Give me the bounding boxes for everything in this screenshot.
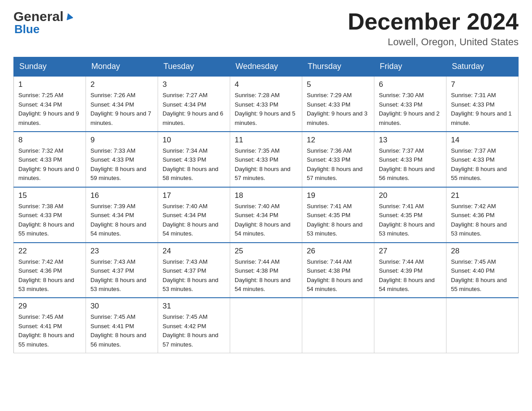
day-number: 5 [307, 80, 369, 89]
calendar-cell: 6Sunrise: 7:30 AMSunset: 4:33 PMDaylight… [374, 76, 446, 132]
day-info: Sunrise: 7:27 AMSunset: 4:34 PMDaylight:… [163, 91, 225, 128]
day-number: 17 [163, 191, 225, 200]
calendar-cell: 19Sunrise: 7:41 AMSunset: 4:35 PMDayligh… [302, 187, 374, 243]
calendar-week-1: 1Sunrise: 7:25 AMSunset: 4:34 PMDaylight… [14, 76, 519, 132]
calendar-cell: 9Sunrise: 7:33 AMSunset: 4:33 PMDaylight… [86, 132, 158, 187]
day-number: 23 [90, 247, 153, 256]
day-number: 24 [163, 247, 225, 256]
calendar-cell: 31Sunrise: 7:45 AMSunset: 4:42 PMDayligh… [158, 298, 230, 353]
day-number: 10 [163, 136, 225, 145]
calendar-cell [374, 298, 446, 353]
calendar-cell: 28Sunrise: 7:45 AMSunset: 4:40 PMDayligh… [446, 243, 519, 298]
calendar-header-thursday: Thursday [302, 57, 374, 77]
day-info: Sunrise: 7:39 AMSunset: 4:34 PMDaylight:… [90, 202, 153, 239]
calendar-week-5: 29Sunrise: 7:45 AMSunset: 4:41 PMDayligh… [14, 298, 519, 353]
calendar-body: 1Sunrise: 7:25 AMSunset: 4:34 PMDaylight… [14, 76, 519, 353]
day-number: 14 [451, 136, 514, 145]
calendar-header-saturday: Saturday [446, 57, 519, 77]
day-info: Sunrise: 7:28 AMSunset: 4:33 PMDaylight:… [235, 91, 297, 128]
day-info: Sunrise: 7:29 AMSunset: 4:33 PMDaylight:… [307, 91, 369, 128]
location: Lowell, Oregon, United States [348, 36, 519, 48]
day-info: Sunrise: 7:35 AMSunset: 4:33 PMDaylight:… [235, 146, 297, 183]
day-number: 6 [379, 80, 442, 89]
calendar-cell: 24Sunrise: 7:43 AMSunset: 4:37 PMDayligh… [158, 243, 230, 298]
day-number: 26 [307, 247, 369, 256]
calendar-cell: 15Sunrise: 7:38 AMSunset: 4:33 PMDayligh… [14, 187, 86, 243]
day-info: Sunrise: 7:44 AMSunset: 4:38 PMDaylight:… [307, 257, 369, 294]
calendar-cell: 4Sunrise: 7:28 AMSunset: 4:33 PMDaylight… [230, 76, 302, 132]
calendar-header-sunday: Sunday [14, 57, 86, 77]
day-number: 12 [307, 136, 369, 145]
day-info: Sunrise: 7:42 AMSunset: 4:36 PMDaylight:… [18, 257, 81, 294]
calendar-cell [446, 298, 519, 353]
day-number: 2 [90, 80, 153, 89]
calendar-header-row: SundayMondayTuesdayWednesdayThursdayFrid… [14, 57, 519, 77]
day-number: 31 [163, 302, 225, 311]
day-number: 20 [379, 191, 442, 200]
calendar-cell: 21Sunrise: 7:42 AMSunset: 4:36 PMDayligh… [446, 187, 519, 243]
calendar-cell [230, 298, 302, 353]
calendar-header-tuesday: Tuesday [158, 57, 230, 77]
day-info: Sunrise: 7:34 AMSunset: 4:33 PMDaylight:… [163, 146, 225, 183]
svg-marker-0 [65, 12, 73, 20]
logo-triangle-icon [65, 12, 73, 22]
day-info: Sunrise: 7:37 AMSunset: 4:33 PMDaylight:… [451, 146, 514, 183]
day-info: Sunrise: 7:32 AMSunset: 4:33 PMDaylight:… [18, 146, 81, 183]
day-info: Sunrise: 7:30 AMSunset: 4:33 PMDaylight:… [379, 91, 442, 128]
day-number: 30 [90, 302, 153, 311]
calendar-cell: 7Sunrise: 7:31 AMSunset: 4:33 PMDaylight… [446, 76, 519, 132]
day-info: Sunrise: 7:45 AMSunset: 4:40 PMDaylight:… [451, 257, 514, 294]
calendar-cell: 26Sunrise: 7:44 AMSunset: 4:38 PMDayligh… [302, 243, 374, 298]
calendar-header-monday: Monday [86, 57, 158, 77]
calendar-cell: 23Sunrise: 7:43 AMSunset: 4:37 PMDayligh… [86, 243, 158, 298]
day-info: Sunrise: 7:45 AMSunset: 4:41 PMDaylight:… [18, 313, 81, 349]
calendar-cell: 11Sunrise: 7:35 AMSunset: 4:33 PMDayligh… [230, 132, 302, 187]
day-number: 27 [379, 247, 442, 256]
day-info: Sunrise: 7:37 AMSunset: 4:33 PMDaylight:… [379, 146, 442, 183]
calendar-week-3: 15Sunrise: 7:38 AMSunset: 4:33 PMDayligh… [14, 187, 519, 243]
calendar-cell: 13Sunrise: 7:37 AMSunset: 4:33 PMDayligh… [374, 132, 446, 187]
calendar-week-4: 22Sunrise: 7:42 AMSunset: 4:36 PMDayligh… [14, 243, 519, 298]
day-number: 4 [235, 80, 297, 89]
calendar-cell: 8Sunrise: 7:32 AMSunset: 4:33 PMDaylight… [14, 132, 86, 187]
calendar-week-2: 8Sunrise: 7:32 AMSunset: 4:33 PMDaylight… [14, 132, 519, 187]
day-info: Sunrise: 7:41 AMSunset: 4:35 PMDaylight:… [379, 202, 442, 239]
day-info: Sunrise: 7:44 AMSunset: 4:39 PMDaylight:… [379, 257, 442, 294]
day-number: 11 [235, 136, 297, 145]
day-number: 3 [163, 80, 225, 89]
day-info: Sunrise: 7:25 AMSunset: 4:34 PMDaylight:… [18, 91, 81, 128]
calendar-cell: 25Sunrise: 7:44 AMSunset: 4:38 PMDayligh… [230, 243, 302, 298]
calendar-header-friday: Friday [374, 57, 446, 77]
calendar-cell: 22Sunrise: 7:42 AMSunset: 4:36 PMDayligh… [14, 243, 86, 298]
logo-name-part2: Blue [14, 22, 39, 36]
day-number: 9 [90, 136, 153, 145]
day-info: Sunrise: 7:38 AMSunset: 4:33 PMDaylight:… [18, 202, 81, 239]
day-info: Sunrise: 7:40 AMSunset: 4:34 PMDaylight:… [163, 202, 225, 239]
day-info: Sunrise: 7:42 AMSunset: 4:36 PMDaylight:… [451, 202, 514, 239]
day-number: 13 [379, 136, 442, 145]
day-info: Sunrise: 7:45 AMSunset: 4:42 PMDaylight:… [163, 313, 225, 349]
day-info: Sunrise: 7:43 AMSunset: 4:37 PMDaylight:… [90, 257, 153, 294]
calendar-cell [302, 298, 374, 353]
calendar-cell: 1Sunrise: 7:25 AMSunset: 4:34 PMDaylight… [14, 76, 86, 132]
day-number: 25 [235, 247, 297, 256]
day-number: 16 [90, 191, 153, 200]
calendar-cell: 29Sunrise: 7:45 AMSunset: 4:41 PMDayligh… [14, 298, 86, 353]
logo: General Blue [13, 9, 73, 36]
calendar-cell: 2Sunrise: 7:26 AMSunset: 4:34 PMDaylight… [86, 76, 158, 132]
calendar-cell: 20Sunrise: 7:41 AMSunset: 4:35 PMDayligh… [374, 187, 446, 243]
calendar-cell: 16Sunrise: 7:39 AMSunset: 4:34 PMDayligh… [86, 187, 158, 243]
day-number: 18 [235, 191, 297, 200]
month-year: December 2024 [348, 9, 519, 34]
calendar-cell: 10Sunrise: 7:34 AMSunset: 4:33 PMDayligh… [158, 132, 230, 187]
day-info: Sunrise: 7:43 AMSunset: 4:37 PMDaylight:… [163, 257, 225, 294]
calendar-cell: 30Sunrise: 7:45 AMSunset: 4:41 PMDayligh… [86, 298, 158, 353]
calendar-cell: 27Sunrise: 7:44 AMSunset: 4:39 PMDayligh… [374, 243, 446, 298]
day-info: Sunrise: 7:26 AMSunset: 4:34 PMDaylight:… [90, 91, 153, 128]
day-info: Sunrise: 7:31 AMSunset: 4:33 PMDaylight:… [451, 91, 514, 128]
day-info: Sunrise: 7:36 AMSunset: 4:33 PMDaylight:… [307, 146, 369, 183]
calendar-cell: 5Sunrise: 7:29 AMSunset: 4:33 PMDaylight… [302, 76, 374, 132]
day-number: 8 [18, 136, 81, 145]
day-info: Sunrise: 7:44 AMSunset: 4:38 PMDaylight:… [235, 257, 297, 294]
day-number: 15 [18, 191, 81, 200]
